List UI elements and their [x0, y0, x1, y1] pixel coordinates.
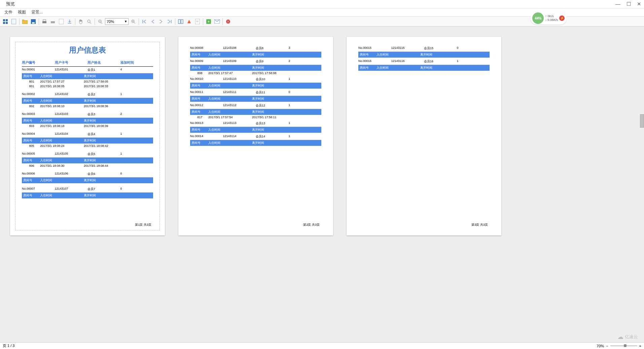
first-page-button[interactable]: [141, 18, 148, 25]
svg-rect-21: [181, 20, 183, 24]
watermark-button[interactable]: W: [194, 18, 201, 25]
prev-page-button[interactable]: [149, 18, 156, 25]
hand-tool-button[interactable]: [77, 18, 84, 25]
svg-rect-4: [11, 19, 16, 24]
net-percent-circle: 44%: [532, 12, 544, 24]
save-button[interactable]: [30, 18, 37, 25]
zoom-out-button[interactable]: [97, 18, 104, 25]
zoom-value: 70%: [107, 20, 114, 24]
menu-file[interactable]: 文件: [2, 9, 15, 16]
magnifier-button[interactable]: [85, 18, 93, 25]
net-accelerate-icon[interactable]: ⚡: [559, 15, 565, 21]
zoom-in-button[interactable]: [130, 18, 137, 25]
window-title: 预览: [3, 1, 15, 7]
print-direct-button[interactable]: [49, 18, 57, 25]
close-preview-button[interactable]: [224, 18, 232, 25]
email-button[interactable]: [213, 18, 221, 25]
print-button[interactable]: [41, 18, 48, 25]
svg-rect-20: [178, 20, 180, 24]
net-speed-text: ↑ 0K/s ↓ 0.06K/s: [545, 14, 558, 22]
svg-rect-3: [6, 22, 8, 24]
window-titlebar: 预览 — ☐ ✕: [0, 0, 644, 8]
svg-line-19: [134, 22, 135, 24]
svg-line-12: [90, 22, 91, 24]
zoom-combo[interactable]: 70%▾: [105, 18, 129, 25]
svg-rect-2: [3, 22, 5, 24]
svg-rect-6: [32, 22, 35, 24]
svg-rect-0: [3, 19, 5, 21]
close-button[interactable]: ✕: [637, 1, 641, 7]
minimize-button[interactable]: —: [615, 1, 620, 7]
svg-point-11: [87, 20, 90, 23]
multi-page-button[interactable]: [177, 18, 184, 25]
svg-line-15: [101, 22, 102, 24]
open-button[interactable]: [21, 18, 29, 25]
svg-rect-7: [42, 21, 46, 23]
thumbnails-button[interactable]: [2, 18, 9, 25]
last-page-button[interactable]: [166, 18, 173, 25]
svg-rect-10: [59, 19, 64, 24]
network-widget[interactable]: 44% ↑ 0K/s ↓ 0.06K/s ⚡: [530, 12, 567, 25]
svg-text:W: W: [196, 20, 199, 23]
menu-view[interactable]: 视图: [15, 9, 29, 16]
next-page-button[interactable]: [157, 18, 165, 25]
menu-background[interactable]: 背景...: [29, 9, 45, 16]
svg-rect-8: [43, 20, 46, 21]
export-file-button[interactable]: [205, 18, 212, 25]
dropdown-icon: ▾: [125, 19, 127, 24]
bg-color-button[interactable]: [185, 18, 193, 25]
page-setup-button[interactable]: [58, 18, 65, 25]
export-button[interactable]: [66, 18, 73, 25]
svg-rect-9: [51, 21, 55, 23]
svg-rect-1: [6, 19, 8, 21]
maximize-button[interactable]: ☐: [627, 1, 631, 7]
single-page-button[interactable]: [10, 18, 17, 25]
